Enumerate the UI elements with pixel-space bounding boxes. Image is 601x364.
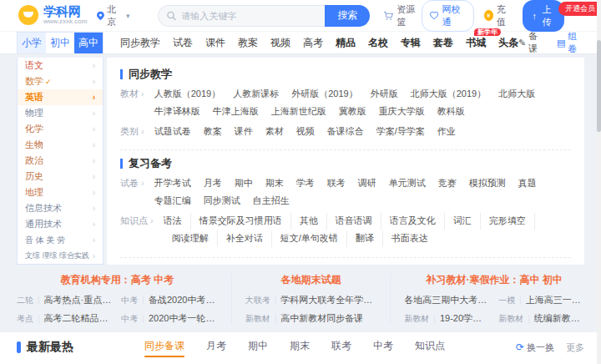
sidebar-subject-item[interactable]: 文综 理综 综合实践 › (18, 248, 103, 264)
nav-item[interactable]: 套卷 (433, 36, 453, 50)
filter-link[interactable]: 开学考试 (154, 175, 191, 192)
paper-builder-link[interactable]: ▤ 组卷 (557, 30, 584, 55)
sidebar-subject-item[interactable]: 数学✓ › (18, 73, 103, 89)
filter-link[interactable]: 备课综合 (327, 124, 364, 140)
school-pass-button[interactable]: 网校通 (422, 0, 474, 32)
sidebar-subject-item[interactable]: 通用技术 › (18, 216, 103, 232)
nav-item[interactable]: 新学年 书城 (466, 36, 486, 50)
hot-tab[interactable]: 联考 (331, 339, 351, 356)
scrollbar-thumb[interactable] (597, 40, 601, 132)
promo-link[interactable]: 新教材 统编新教材精创期末备考 (498, 312, 584, 325)
nav-item[interactable]: 精品 (336, 36, 356, 50)
sidebar-subject-item[interactable]: 化学 › (18, 121, 103, 137)
filter-link[interactable]: 期末 (265, 175, 284, 192)
nav-item[interactable]: 名校 (368, 36, 388, 50)
edu-stage-tab[interactable]: 高中 (74, 33, 103, 53)
filter-link[interactable]: 学考 (296, 175, 315, 192)
filter-link[interactable]: 模拟预测 (469, 175, 506, 192)
sidebar-subject-item[interactable]: 政治 › (18, 153, 103, 169)
sidebar-subject-item[interactable]: 信息技术 › (18, 200, 103, 216)
promo-link[interactable]: 大联考 学科网大联考全年学科提升 (245, 294, 377, 306)
sidebar-subject-item[interactable]: 音 体 美 劳 › (18, 232, 103, 248)
filter-link[interactable]: 期中 (235, 175, 253, 192)
hot-tab[interactable]: 同步备课 (144, 339, 184, 356)
nav-item[interactable]: 试卷 (173, 36, 193, 50)
recharge-button[interactable]: ¥ 充值 (484, 3, 513, 28)
hot-tab[interactable]: 月考 (206, 339, 226, 356)
filter-link[interactable]: 冀教版 (339, 104, 366, 120)
filter-link[interactable]: 视频 (296, 124, 315, 140)
filter-link[interactable]: 调研 (358, 175, 376, 192)
nav-item[interactable]: 头条 (498, 36, 518, 50)
filter-link[interactable]: 人教新课标 (233, 86, 279, 103)
search-input[interactable] (181, 11, 316, 21)
filter-link[interactable]: 完形填空 (481, 213, 535, 230)
filter-link[interactable]: 北师大版（2019） (411, 86, 486, 103)
filter-link[interactable]: 阅读理解 (164, 230, 218, 247)
more-link[interactable]: 更多 (566, 341, 584, 354)
filter-link[interactable]: 单元测试 (389, 175, 426, 192)
nav-item[interactable]: 同步教学 (120, 36, 160, 50)
filter-link[interactable]: 教案 (204, 124, 222, 140)
scrollbar[interactable] (597, 0, 601, 364)
filter-link[interactable]: 真题 (518, 175, 537, 192)
promo-link[interactable]: 各地高三期中大考试卷 (404, 294, 490, 306)
hot-tab[interactable]: 期中 (248, 339, 268, 356)
promo-link[interactable]: 中考 备战2020中考考点一遍过 (121, 294, 217, 306)
filter-link[interactable]: 学案/导学案 (376, 124, 425, 140)
filter-link[interactable]: 情景交际及习惯用语 (191, 213, 291, 230)
filter-link[interactable]: 北师大版 (498, 86, 535, 103)
city-selector[interactable]: 北京 ▾ (97, 3, 129, 28)
promo-link[interactable]: 二轮 高考热点·重点·难点考练 (17, 294, 113, 306)
filter-link[interactable]: 外研版（2019） (291, 86, 357, 103)
promo-link[interactable]: 新教材 19-20学年高中新教材通道 (404, 312, 490, 325)
filter-link[interactable]: 语言及文化 (381, 213, 445, 230)
filter-link[interactable]: 教科版 (437, 104, 465, 120)
promo-link[interactable]: 中考 2020中考一轮复习讲练测 (121, 312, 217, 325)
filter-link[interactable]: 自主招生 (253, 193, 290, 210)
edu-stage-tab[interactable]: 小学 (18, 33, 46, 53)
filter-link[interactable]: 课件 (235, 124, 253, 140)
filter-link[interactable]: 其他 (291, 213, 327, 230)
search-button[interactable]: 搜索 (325, 5, 370, 27)
filter-link[interactable]: 牛津上海版 (213, 104, 259, 120)
lesson-prep-link[interactable]: ✎ 备课 (518, 30, 545, 55)
promo-link[interactable]: 一模 上海高三一模试卷及答案 (498, 294, 584, 306)
promo-link[interactable]: 新教材 高中新教材同步备课 (245, 312, 377, 325)
edu-stage-tab[interactable]: 初中 (46, 33, 74, 53)
refresh-button[interactable]: ⟳ 换一换 (516, 341, 554, 354)
nav-item[interactable]: 教案 (238, 36, 258, 50)
promo-link[interactable]: 考点 高考二轮精品考点学与练 (17, 312, 113, 325)
filter-link[interactable]: 上海新世纪版 (271, 104, 326, 120)
filter-link[interactable]: 语法 (164, 213, 191, 230)
sidebar-subject-item[interactable]: 地理 › (18, 185, 103, 200)
sidebar-subject-item[interactable]: 历史 › (18, 169, 103, 185)
sidebar-subject-item[interactable]: 语文 › (18, 58, 103, 73)
nav-item[interactable]: 视频 (270, 36, 290, 50)
sidebar-subject-item[interactable]: 英语 › (18, 89, 103, 105)
filter-link[interactable]: 月考 (204, 175, 222, 192)
filter-link[interactable]: 短文/单句改错 (272, 230, 347, 247)
filter-link[interactable]: 词汇 (445, 213, 481, 230)
nav-item[interactable]: 课件 (205, 36, 225, 50)
filter-link[interactable]: 重庆大学版 (379, 104, 425, 120)
filter-link[interactable]: 外研版 (371, 86, 398, 103)
filter-link[interactable]: 补全对话 (218, 230, 272, 247)
filter-link[interactable]: 语音语调 (327, 213, 381, 230)
filter-link[interactable]: 联考 (327, 175, 346, 192)
nav-item[interactable]: 高考 (303, 36, 323, 50)
resource-basket[interactable]: 资源篮 (383, 3, 422, 28)
filter-link[interactable]: 试题试卷 (154, 124, 191, 140)
nav-item[interactable]: 专辑 (401, 36, 421, 50)
filter-link[interactable]: 作业 (437, 124, 456, 140)
sidebar-subject-item[interactable]: 物理 › (18, 105, 103, 121)
filter-link[interactable]: 素材 (265, 124, 284, 140)
filter-link[interactable]: 翻译 (347, 230, 383, 247)
sidebar-subject-item[interactable]: 生物 › (18, 137, 103, 153)
filter-link[interactable]: 同步测试 (204, 193, 240, 210)
filter-link[interactable]: 牛津译林版 (154, 104, 200, 120)
filter-link[interactable]: 竞赛 (438, 175, 457, 192)
filter-link[interactable]: 专题汇编 (154, 193, 191, 210)
member-ribbon[interactable]: 开通会员 (558, 2, 601, 16)
filter-link[interactable]: 人教版（2019） (154, 86, 220, 103)
